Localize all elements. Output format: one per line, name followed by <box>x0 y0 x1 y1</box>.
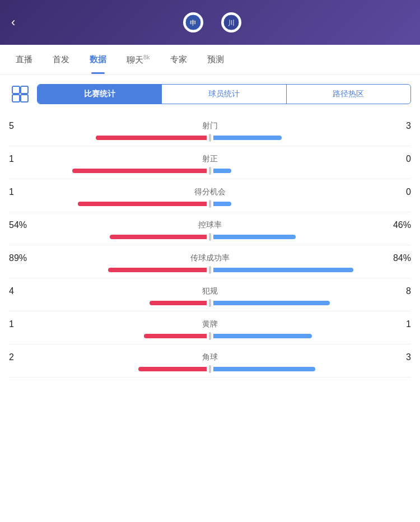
stat-left-val-3: 54% <box>9 220 37 230</box>
stat-label-3: 控球率 <box>37 220 383 230</box>
stat-bar-left-2 <box>78 202 207 206</box>
stat-bar-right-2 <box>213 202 231 206</box>
bar-divider-6 <box>209 332 211 340</box>
stat-right-val-5: 8 <box>383 286 411 296</box>
stat-left-val-7: 2 <box>9 352 37 362</box>
tab-直播[interactable]: 直播 <box>6 45 43 74</box>
stat-label-6: 黄牌 <box>37 319 383 329</box>
sub-tab-0[interactable]: 比赛统计 <box>38 85 162 104</box>
stat-label-1: 射正 <box>37 154 383 164</box>
bar-divider-5 <box>209 299 211 307</box>
sub-tab-2[interactable]: 路径热区 <box>287 85 410 104</box>
stat-bar-right-3 <box>213 235 296 239</box>
stat-label-5: 犯规 <box>37 286 383 296</box>
stat-bar-left-0 <box>96 136 207 140</box>
stat-right-val-3: 46% <box>383 220 411 230</box>
stat-bar-left-4 <box>108 268 207 272</box>
stat-row-0: 5射门3 <box>9 113 411 146</box>
team-left-logo: 申 <box>183 12 203 32</box>
stat-bars-1 <box>9 169 411 173</box>
stat-bars-4 <box>9 268 411 272</box>
stat-bars-0 <box>9 136 411 140</box>
svg-rect-6 <box>12 95 20 102</box>
stat-bar-right-5 <box>213 301 330 305</box>
stat-label-2: 得分机会 <box>37 187 383 197</box>
layout-icon <box>9 83 31 105</box>
tab-badge-聊天: 8k <box>143 54 150 60</box>
back-button[interactable]: ‹ <box>11 15 15 30</box>
stat-right-val-6: 1 <box>383 319 411 329</box>
stat-left-val-6: 1 <box>9 319 37 329</box>
stat-left-val-1: 1 <box>9 154 37 164</box>
stat-right-val-1: 0 <box>383 154 411 164</box>
svg-text:申: 申 <box>190 19 197 27</box>
stat-bars-2 <box>9 202 411 206</box>
stat-left-val-4: 89% <box>9 253 37 263</box>
stat-row-3: 54%控球率46% <box>9 212 411 245</box>
stat-row-5: 4犯规8 <box>9 278 411 311</box>
stat-bars-6 <box>9 334 411 338</box>
stat-bar-left-3 <box>110 235 207 239</box>
stat-right-val-7: 3 <box>383 352 411 362</box>
stat-bar-left-5 <box>150 301 207 305</box>
stat-bar-right-4 <box>213 268 353 272</box>
stat-bar-left-6 <box>144 334 207 338</box>
bar-divider-2 <box>209 200 211 208</box>
stat-bar-right-0 <box>213 136 282 140</box>
stat-bar-right-1 <box>213 169 231 173</box>
stat-label-0: 射门 <box>37 121 383 131</box>
sub-tab-group: 比赛统计球员统计路径热区 <box>37 84 411 104</box>
stat-row-1: 1射正0 <box>9 146 411 179</box>
team-right-logo: 川 <box>221 12 241 32</box>
tab-数据[interactable]: 数据 <box>80 45 116 74</box>
tab-navigation: 直播首发数据聊天8k专家预测 <box>0 45 420 75</box>
stat-bar-left-1 <box>72 169 207 173</box>
stat-left-val-2: 1 <box>9 187 37 197</box>
stat-bar-right-7 <box>213 367 315 371</box>
tab-首发[interactable]: 首发 <box>43 45 80 74</box>
sub-tabs-row: 比赛统计球员统计路径热区 <box>0 75 420 113</box>
stat-row-7: 2角球3 <box>9 344 411 377</box>
stat-right-val-2: 0 <box>383 187 411 197</box>
stat-label-4: 传球成功率 <box>37 253 383 263</box>
bar-divider-4 <box>209 266 211 274</box>
svg-rect-5 <box>21 86 28 94</box>
stat-row-6: 1黄牌1 <box>9 311 411 344</box>
stat-bar-right-6 <box>213 334 312 338</box>
svg-rect-7 <box>21 95 28 102</box>
bar-divider-1 <box>209 167 211 175</box>
stat-right-val-4: 84% <box>383 253 411 263</box>
stat-bars-3 <box>9 235 411 239</box>
stat-right-val-0: 3 <box>383 121 411 131</box>
stat-left-val-0: 5 <box>9 121 37 131</box>
stat-row-4: 89%传球成功率84% <box>9 245 411 278</box>
sub-tab-1[interactable]: 球员统计 <box>162 85 286 104</box>
bar-divider-0 <box>209 134 211 142</box>
stat-bars-7 <box>9 367 411 371</box>
tab-预测[interactable]: 预测 <box>197 45 234 74</box>
svg-text:川: 川 <box>228 19 235 27</box>
svg-rect-4 <box>12 86 20 94</box>
match-header: ‹ 申 川 <box>0 0 420 45</box>
stat-left-val-5: 4 <box>9 286 37 296</box>
tab-聊天[interactable]: 聊天8k <box>116 45 160 74</box>
tab-专家[interactable]: 专家 <box>160 45 197 74</box>
match-info: 申 川 <box>15 12 409 32</box>
bar-divider-3 <box>209 233 211 241</box>
stat-bar-left-7 <box>138 367 207 371</box>
stat-bars-5 <box>9 301 411 305</box>
stats-container: 5射门31射正01得分机会054%控球率46%89%传球成功率84%4犯规81黄… <box>0 113 420 377</box>
stat-label-7: 角球 <box>37 352 383 362</box>
stat-row-2: 1得分机会0 <box>9 179 411 212</box>
bar-divider-7 <box>209 365 211 373</box>
